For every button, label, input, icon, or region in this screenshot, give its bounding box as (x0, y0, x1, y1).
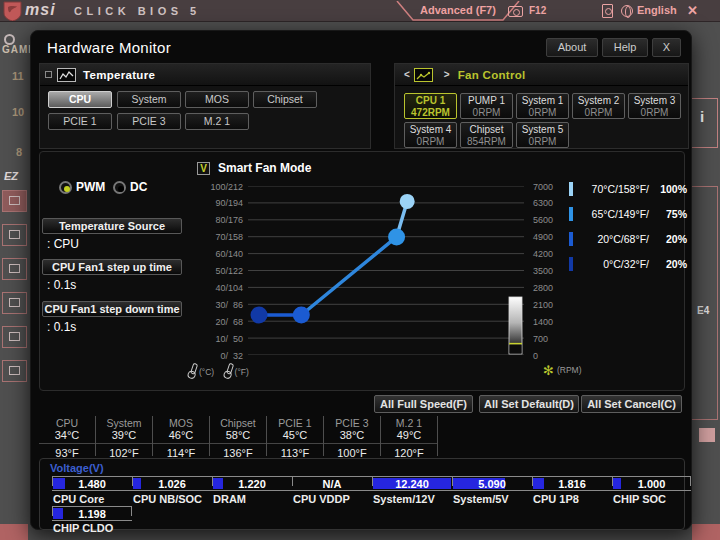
temperature-source-button[interactable]: Temperature Source (42, 218, 182, 234)
voltage-gauge-chipcldo: 1.198 (52, 507, 132, 520)
voltage-name: System/5V (453, 493, 509, 505)
right-axis-tick: 6300 (533, 198, 553, 208)
voltage-name: CPU VDDP (293, 493, 350, 505)
temp-readout-pcie3: PCIE 338°C100°F (324, 416, 381, 456)
voltage-name: System/12V (373, 493, 435, 505)
temperature-panel-header: Temperature (40, 64, 370, 86)
curve-point-3[interactable] (388, 228, 405, 245)
bg-sidebar-button[interactable] (2, 360, 27, 382)
curve-legend: 70°C/158°F/100% 65°C/149°F/75% 20°C/68°F… (569, 181, 687, 281)
right-axis-tick: 3500 (533, 266, 553, 276)
bg-ez-label: EZ (4, 170, 18, 182)
legend-row: 70°C/158°F/100% (569, 181, 687, 196)
bg-sidebar-button[interactable] (2, 258, 27, 280)
left-axis-tick: 100/212 (210, 182, 243, 192)
all-set-default-button[interactable]: All Set Default(D) (479, 395, 579, 413)
pwm-radio[interactable] (59, 181, 72, 194)
help-button[interactable]: Help (602, 38, 648, 57)
legend-row: 65°C/149°F/75% (569, 206, 687, 221)
step-down-time-button[interactable]: CPU Fan1 step down time (42, 301, 182, 317)
curve-point-2[interactable] (293, 307, 310, 324)
fan-icon: ✻ (543, 363, 554, 378)
left-axis-tick: 60/140 (215, 249, 243, 259)
left-axis-tick: 50/122 (215, 266, 243, 276)
bg-number: 10 (12, 106, 24, 118)
temp-button-pcie1[interactable]: PCIE 1 (48, 113, 112, 130)
temp-button-chipset[interactable]: Chipset (253, 91, 317, 108)
favorites-doc-icon[interactable] (602, 4, 613, 18)
temp-readout-cpu: CPU34°C93°F (39, 416, 96, 456)
about-button[interactable]: About (546, 38, 598, 57)
bios-close-icon[interactable]: ✕ (687, 3, 698, 18)
legend-swatch (569, 257, 573, 271)
voltage-gauge-dram: 1.220 (212, 477, 292, 490)
temp-button-cpu[interactable]: CPU (48, 91, 112, 108)
legend-swatch (569, 207, 573, 221)
mode-label: Advanced (F7) (396, 4, 520, 16)
collapse-icon[interactable] (45, 71, 52, 78)
bg-sidebar-button[interactable] (2, 326, 27, 348)
step-up-time-button[interactable]: CPU Fan1 step up time (42, 259, 182, 275)
right-axis-tick: 7000 (533, 182, 553, 192)
fan-button-system3[interactable]: System 30RPM (628, 93, 681, 119)
temp-button-system[interactable]: System (117, 91, 181, 108)
bg-game-label: GAMI (2, 44, 32, 55)
window-close-button[interactable]: X (652, 38, 681, 57)
bg-number: 11 (12, 70, 24, 82)
fan-button-system1[interactable]: System 10RPM (516, 93, 569, 119)
temp-button-pcie3[interactable]: PCIE 3 (117, 113, 181, 130)
bg-decoration (0, 524, 28, 540)
bios-top-bar: msi CLICK BIOS 5 Advanced (F7) F12 Engli… (0, 0, 720, 22)
legend-swatch (569, 182, 573, 196)
temp-readout-system: System39°C102°F (96, 416, 153, 456)
screenshot-hotkey: F12 (529, 5, 546, 16)
msi-logo-icon (3, 1, 22, 21)
bg-e4-label: E4 (697, 305, 709, 316)
temp-readout-pcie1: PCIE 145°C113°F (267, 416, 324, 456)
voltage-name: CPU 1P8 (533, 493, 579, 505)
advanced-mode-tab[interactable]: Advanced (F7) (396, 1, 520, 21)
language-label[interactable]: English (637, 4, 677, 16)
fan-button-system5[interactable]: System 50RPM (516, 122, 569, 148)
screenshot-camera-icon[interactable] (508, 6, 523, 17)
step-up-time-value: : 0.1s (47, 278, 76, 292)
voltage-gauge-row1: 1.480 1.026 1.220 N/A 12.240 5.090 1.816… (52, 476, 691, 491)
fan-button-chipset[interactable]: Chipset854RPM (460, 122, 513, 148)
right-axis-tick: 4200 (533, 249, 553, 259)
product-name: CLICK BIOS 5 (74, 5, 201, 17)
curve-segment (301, 237, 396, 315)
temperature-panel: Temperature CPU System MOS Chipset PCIE … (39, 63, 371, 149)
dc-radio[interactable] (113, 181, 126, 194)
curve-point-4[interactable] (400, 194, 415, 209)
fan-button-system4[interactable]: System 40RPM (404, 122, 457, 148)
voltage-gauge-system5v: 5.090 (452, 477, 532, 490)
left-axis-tick: 0/ 32 (220, 351, 243, 361)
fan-button-cpu1[interactable]: CPU 1472RPM (404, 93, 457, 119)
fan-next-icon[interactable]: > (444, 69, 450, 80)
fan-curve-chart[interactable] (248, 186, 524, 355)
legend-swatch (569, 232, 573, 246)
temp-button-m21[interactable]: M.2 1 (185, 113, 249, 130)
right-axis-tick: 2100 (533, 300, 553, 310)
voltage-name: DRAM (213, 493, 246, 505)
fan-button-pump1[interactable]: PUMP 10RPM (460, 93, 513, 119)
all-full-speed-button[interactable]: All Full Speed(F) (374, 395, 473, 413)
all-set-cancel-button[interactable]: All Set Cancel(C) (581, 395, 682, 413)
bg-sidebar-button[interactable] (2, 224, 27, 246)
smart-fan-checkbox[interactable]: V (197, 162, 210, 175)
voltage-gauge-cpu1p8: 1.816 (532, 477, 612, 490)
temperature-source-value: : CPU (47, 237, 79, 251)
temp-button-mos[interactable]: MOS (185, 91, 249, 108)
right-axis-tick: 1400 (533, 317, 553, 327)
fan-button-system2[interactable]: System 20RPM (572, 93, 625, 119)
bg-sidebar-button[interactable] (2, 292, 27, 314)
temperature-readouts: CPU34°C93°F System39°C102°F MOS46°C114°F… (39, 416, 438, 456)
voltage-name: CPU Core (53, 493, 104, 505)
bg-sidebar-button[interactable] (2, 190, 27, 212)
screen: msi CLICK BIOS 5 Advanced (F7) F12 Engli… (0, 0, 720, 540)
dc-label: DC (130, 180, 147, 194)
curve-point-1[interactable] (251, 307, 268, 324)
right-axis-tick: 5600 (533, 215, 553, 225)
fan-prev-icon[interactable]: < (404, 69, 410, 80)
language-globe-icon[interactable] (621, 5, 633, 17)
